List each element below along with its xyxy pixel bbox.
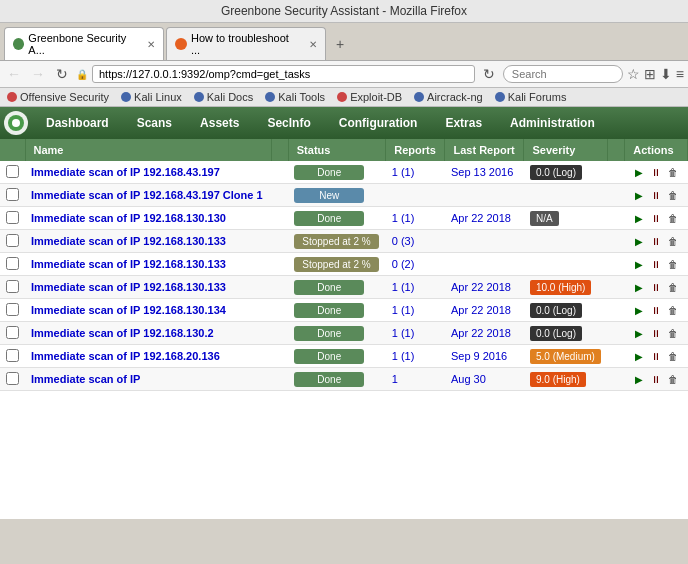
nav-item-extras[interactable]: Extras [431, 108, 496, 138]
severity-badge: 0.0 (Log) [530, 303, 582, 318]
delete-button[interactable]: 🗑 [665, 302, 681, 318]
start-button[interactable]: ▶ [631, 187, 647, 203]
start-button[interactable]: ▶ [631, 279, 647, 295]
delete-button[interactable]: 🗑 [665, 371, 681, 387]
delete-button[interactable]: 🗑 [665, 164, 681, 180]
tab-2[interactable]: How to troubleshoot ... ✕ [166, 27, 326, 60]
delete-button[interactable]: 🗑 [665, 279, 681, 295]
stop-button[interactable]: ⏸ [648, 348, 664, 364]
start-button[interactable]: ▶ [631, 348, 647, 364]
col-header-reports[interactable]: Reports [386, 139, 445, 161]
start-button[interactable]: ▶ [631, 325, 647, 341]
nav-item-configuration[interactable]: Configuration [325, 108, 432, 138]
bookmark-kali-tools[interactable]: Kali Tools [262, 90, 328, 104]
start-button[interactable]: ▶ [631, 210, 647, 226]
bookmark-icon-aircrack [414, 92, 424, 102]
severity-badge: 9.0 (High) [530, 372, 586, 387]
stop-button[interactable]: ⏸ [648, 279, 664, 295]
row-checkbox[interactable] [6, 188, 19, 201]
start-button[interactable]: ▶ [631, 164, 647, 180]
bookmark-kali-docs[interactable]: Kali Docs [191, 90, 256, 104]
row-checkbox[interactable] [6, 257, 19, 270]
delete-button[interactable]: 🗑 [665, 233, 681, 249]
col-header-name[interactable]: Name [25, 139, 271, 161]
tab-1[interactable]: Greenbone Security A... ✕ [4, 27, 164, 60]
new-tab-button[interactable]: + [328, 32, 352, 56]
tab-1-close[interactable]: ✕ [147, 39, 155, 50]
last-report-cell: Sep 13 2016 [445, 161, 524, 184]
task-name[interactable]: Immediate scan of IP 192.168.130.133 [31, 258, 226, 270]
home-icon[interactable]: ⊞ [644, 66, 656, 82]
col-header-status[interactable]: Status [288, 139, 385, 161]
task-name[interactable]: Immediate scan of IP 192.168.130.2 [31, 327, 214, 339]
browser-search-input[interactable] [503, 65, 623, 83]
stop-button[interactable]: ⏸ [648, 256, 664, 272]
delete-button[interactable]: 🗑 [665, 325, 681, 341]
stop-button[interactable]: ⏸ [648, 371, 664, 387]
nav-item-dashboard[interactable]: Dashboard [32, 108, 123, 138]
stop-button[interactable]: ⏸ [648, 210, 664, 226]
row-checkbox[interactable] [6, 280, 19, 293]
stop-button[interactable]: ⏸ [648, 164, 664, 180]
col-header-severity[interactable]: Severity [524, 139, 608, 161]
stop-button[interactable]: ⏸ [648, 233, 664, 249]
delete-button[interactable]: 🗑 [665, 187, 681, 203]
menu-icon[interactable]: ≡ [676, 66, 684, 82]
start-button[interactable]: ▶ [631, 302, 647, 318]
row-actions: ▶ ⏸ 🗑 [631, 325, 682, 341]
task-name[interactable]: Immediate scan of IP 192.168.130.130 [31, 212, 226, 224]
nav-item-scans[interactable]: Scans [123, 108, 186, 138]
stop-button[interactable]: ⏸ [648, 325, 664, 341]
stop-button[interactable]: ⏸ [648, 187, 664, 203]
forward-button[interactable]: → [28, 64, 48, 84]
task-name[interactable]: Immediate scan of IP [31, 373, 140, 385]
delete-button[interactable]: 🗑 [665, 348, 681, 364]
table-row: Immediate scan of IP 192.168.130.2Done1 … [0, 322, 688, 345]
bookmark-kali-linux[interactable]: Kali Linux [118, 90, 185, 104]
tab-2-close[interactable]: ✕ [309, 39, 317, 50]
tasks-table-container[interactable]: Name Status Reports Last Report Severity… [0, 139, 688, 519]
last-report-cell [445, 184, 524, 207]
nav-item-assets[interactable]: Assets [186, 108, 253, 138]
row-checkbox[interactable] [6, 234, 19, 247]
nav-item-administration[interactable]: Administration [496, 108, 609, 138]
table-row: Immediate scan of IP 192.168.130.134Done… [0, 299, 688, 322]
start-button[interactable]: ▶ [631, 256, 647, 272]
task-name[interactable]: Immediate scan of IP 192.168.20.136 [31, 350, 220, 362]
col-header-last-report[interactable]: Last Report [445, 139, 524, 161]
stop-button[interactable]: ⏸ [648, 302, 664, 318]
start-button[interactable]: ▶ [631, 233, 647, 249]
bookmark-kali-forums[interactable]: Kali Forums [492, 90, 570, 104]
row-checkbox[interactable] [6, 303, 19, 316]
delete-button[interactable]: 🗑 [665, 210, 681, 226]
last-report-cell: Apr 22 2018 [445, 299, 524, 322]
back-button[interactable]: ← [4, 64, 24, 84]
row-checkbox[interactable] [6, 326, 19, 339]
bookmark-star-icon[interactable]: ☆ [627, 66, 640, 82]
task-name[interactable]: Immediate scan of IP 192.168.43.197 [31, 166, 220, 178]
delete-button[interactable]: 🗑 [665, 256, 681, 272]
nav-item-secinfo[interactable]: SecInfo [253, 108, 324, 138]
row-checkbox[interactable] [6, 349, 19, 362]
last-report-cell: Apr 22 2018 [445, 276, 524, 299]
row-checkbox[interactable] [6, 211, 19, 224]
bookmark-offensive-security[interactable]: Offensive Security [4, 90, 112, 104]
reload-button[interactable]: ↻ [52, 64, 72, 84]
refresh-button[interactable]: ↻ [479, 64, 499, 84]
task-name[interactable]: Immediate scan of IP 192.168.43.197 Clon… [31, 189, 263, 201]
reports-cell: 1 (1) [386, 322, 445, 345]
row-checkbox[interactable] [6, 372, 19, 385]
bookmark-aircrack[interactable]: Aircrack-ng [411, 90, 486, 104]
row-actions: ▶ ⏸ 🗑 [631, 348, 682, 364]
row-checkbox[interactable] [6, 165, 19, 178]
start-button[interactable]: ▶ [631, 371, 647, 387]
table-row: Immediate scan of IP 192.168.130.133Done… [0, 276, 688, 299]
last-report-cell: Apr 22 2018 [445, 322, 524, 345]
url-input[interactable] [92, 65, 475, 83]
task-name[interactable]: Immediate scan of IP 192.168.130.133 [31, 281, 226, 293]
task-name[interactable]: Immediate scan of IP 192.168.130.133 [31, 235, 226, 247]
col-header-spacer2 [608, 139, 625, 161]
downloads-icon[interactable]: ⬇ [660, 66, 672, 82]
bookmark-exploit-db[interactable]: Exploit-DB [334, 90, 405, 104]
task-name[interactable]: Immediate scan of IP 192.168.130.134 [31, 304, 226, 316]
